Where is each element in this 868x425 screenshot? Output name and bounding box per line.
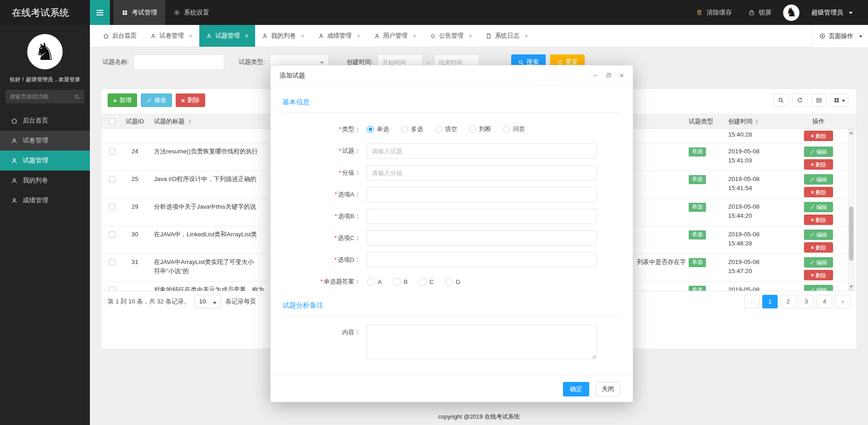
sidebar-item-question-management[interactable]: 试题管理	[0, 151, 90, 171]
close-icon[interactable]: ×	[413, 33, 416, 39]
tab-announcement-management[interactable]: 公告管理 ×	[423, 25, 479, 47]
row-checkbox[interactable]	[109, 204, 115, 210]
row-type: 单选	[687, 254, 725, 281]
table-export-button[interactable]	[811, 93, 827, 107]
close-icon[interactable]: ×	[357, 33, 360, 39]
row-delete-button[interactable]: ×删除	[804, 187, 833, 197]
option-b-input[interactable]	[367, 209, 597, 224]
scroll-down-arrow[interactable]	[848, 284, 854, 290]
scroll-up-arrow[interactable]	[848, 129, 854, 136]
close-button[interactable]: 关闭	[596, 382, 620, 396]
pager-page-2[interactable]: 2	[780, 295, 796, 308]
option-d-input[interactable]	[367, 252, 597, 268]
clear-cache-button[interactable]: 清除缓存	[688, 9, 740, 17]
tab-system-log[interactable]: 系统日志 ×	[479, 25, 535, 47]
grid-icon	[122, 10, 128, 16]
question-input[interactable]	[367, 143, 597, 159]
row-delete-button[interactable]: ×删除	[804, 159, 833, 170]
sidebar-item-paper-management[interactable]: 试卷管理	[0, 131, 90, 151]
table-columns-button[interactable]	[830, 93, 848, 107]
tab-my-grading[interactable]: 我的判卷 ×	[255, 25, 311, 47]
row-edit-button[interactable]: 编辑	[804, 202, 833, 212]
greeting-text: 你好！超级管理员，欢迎登录	[0, 76, 90, 83]
user-menu[interactable]: 超级管理员	[803, 9, 861, 17]
maximize-icon[interactable]	[606, 73, 612, 78]
content-textarea[interactable]	[367, 325, 597, 359]
radio-answer-b[interactable]: B	[393, 278, 408, 286]
close-icon[interactable]: ×	[524, 33, 528, 39]
minimize-icon[interactable]: −	[593, 72, 597, 79]
col-question-id[interactable]: 试题ID	[123, 114, 147, 128]
close-icon[interactable]: ×	[301, 33, 304, 39]
row-checkbox[interactable]	[109, 231, 115, 238]
sidebar-item-backend-home[interactable]: 后台首页	[0, 111, 90, 131]
confirm-button[interactable]: 确定	[563, 382, 589, 396]
row-operations: 编辑	[787, 282, 850, 291]
add-button[interactable]: + 新增	[108, 93, 137, 107]
row-checkbox[interactable]	[109, 176, 115, 182]
radio-answer-c[interactable]: C	[419, 278, 434, 286]
delete-button[interactable]: × 删除	[176, 93, 205, 107]
radio-answer-d[interactable]: D	[445, 278, 460, 286]
tab-score-management[interactable]: 成绩管理 ×	[311, 25, 367, 47]
row-delete-button[interactable]: ×删除	[804, 131, 833, 141]
row-delete-button[interactable]: ×删除	[804, 242, 833, 253]
pager-prev[interactable]: ‹	[744, 295, 760, 308]
scroll-thumb[interactable]	[849, 206, 853, 261]
row-type: 单选	[687, 199, 725, 226]
table-search-button[interactable]	[773, 93, 789, 107]
option-c-input[interactable]	[367, 230, 597, 246]
sort-icons[interactable]	[188, 118, 191, 125]
col-created-time[interactable]: 创建时间	[725, 114, 787, 128]
top-menu-system-settings[interactable]: 系统设置	[165, 0, 217, 25]
close-icon[interactable]: ×	[620, 72, 624, 79]
sidebar-item-my-grading[interactable]: 我的判卷	[0, 171, 90, 191]
row-checkbox[interactable]	[109, 148, 115, 155]
tab-backend-home[interactable]: 后台首页	[96, 25, 143, 47]
edit-icon	[810, 177, 815, 182]
pager-page-3[interactable]: 3	[799, 295, 814, 308]
pager-page-4[interactable]: 4	[817, 295, 832, 308]
col-question-type[interactable]: 试题类型	[687, 114, 725, 128]
close-icon[interactable]: ×	[469, 33, 472, 39]
answer-radio-group: A B C D	[367, 278, 460, 286]
radio-true-false[interactable]: 判断	[469, 125, 491, 133]
radio-fill-blank[interactable]: 填空	[435, 125, 457, 133]
score-input[interactable]	[367, 165, 597, 181]
sidebar-toggle-button[interactable]	[90, 0, 110, 25]
tab-question-management[interactable]: 试题管理 ×	[199, 25, 255, 47]
close-icon[interactable]: ×	[189, 33, 192, 39]
radio-multi-choice[interactable]: 多选	[401, 125, 423, 133]
row-checkbox[interactable]	[109, 259, 115, 265]
pager-page-1[interactable]: 1	[762, 295, 778, 308]
sort-icons[interactable]	[755, 118, 758, 125]
avatar[interactable]: ♞	[783, 5, 799, 21]
sidebar-search-input[interactable]	[10, 93, 71, 100]
row-edit-button[interactable]: 编辑	[804, 174, 833, 185]
tab-paper-management[interactable]: 试卷管理 ×	[143, 25, 199, 47]
lock-screen-button[interactable]: 锁屏	[740, 9, 779, 17]
page-operations-dropdown[interactable]: 页面操作	[813, 25, 868, 47]
modify-button[interactable]: 修改	[141, 93, 172, 107]
sidebar-item-score-management[interactable]: 成绩管理	[0, 191, 90, 210]
radio-answer-a[interactable]: A	[367, 278, 382, 286]
table-scrollbar[interactable]	[848, 129, 854, 291]
option-a-input[interactable]	[367, 187, 597, 202]
row-delete-button[interactable]: ×删除	[804, 215, 833, 225]
top-menu-exam-management[interactable]: 考试管理	[113, 0, 165, 25]
row-edit-button[interactable]: 编辑	[804, 285, 833, 291]
question-name-input[interactable]	[133, 54, 224, 70]
page-size-select[interactable]: 10	[195, 295, 221, 308]
tab-user-management[interactable]: 用户管理 ×	[367, 25, 423, 47]
row-edit-button[interactable]: 编辑	[804, 230, 833, 240]
row-checkbox[interactable]	[109, 287, 115, 291]
close-icon[interactable]: ×	[245, 33, 248, 39]
row-delete-button[interactable]: ×删除	[804, 270, 833, 280]
row-edit-button[interactable]: 编辑	[804, 147, 833, 157]
radio-single-choice[interactable]: 单选	[367, 125, 389, 133]
table-refresh-button[interactable]	[792, 93, 808, 107]
pager-next[interactable]: ›	[835, 295, 850, 308]
select-all-checkbox[interactable]	[109, 118, 115, 125]
radio-essay[interactable]: 问答	[503, 125, 525, 133]
row-edit-button[interactable]: 编辑	[804, 257, 833, 268]
